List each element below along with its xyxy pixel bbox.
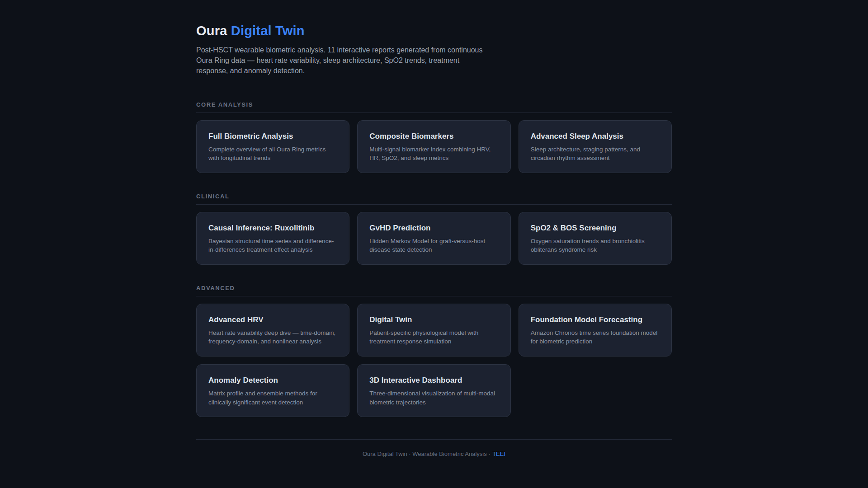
report-card[interactable]: GvHD PredictionHidden Markov Model for g… bbox=[357, 212, 510, 265]
card-description: Patient-specific physiological model wit… bbox=[369, 328, 498, 346]
report-card[interactable]: 3D Interactive DashboardThree-dimensiona… bbox=[357, 364, 510, 417]
report-sections: CORE ANALYSISFull Biometric AnalysisComp… bbox=[196, 101, 672, 418]
report-card[interactable]: Causal Inference: RuxolitinibBayesian st… bbox=[196, 212, 349, 265]
section-divider bbox=[196, 296, 672, 296]
card-description: Three-dimensional visualization of multi… bbox=[369, 389, 498, 407]
report-section: ADVANCEDAdvanced HRVHeart rate variabili… bbox=[196, 285, 672, 417]
report-card[interactable]: Composite BiomarkersMulti-signal biomark… bbox=[357, 120, 510, 173]
section-label: CORE ANALYSIS bbox=[196, 101, 672, 108]
page-container: Oura Digital Twin Post-HSCT wearable bio… bbox=[196, 0, 672, 471]
report-card[interactable]: Digital TwinPatient-specific physiologic… bbox=[357, 304, 510, 357]
card-title: SpO2 & BOS Screening bbox=[531, 224, 660, 233]
card-title: Causal Inference: Ruxolitinib bbox=[208, 224, 337, 233]
section-label: ADVANCED bbox=[196, 285, 672, 291]
report-card[interactable]: SpO2 & BOS ScreeningOxygen saturation tr… bbox=[519, 212, 672, 265]
footer-text: Oura Digital Twin · Wearable Biometric A… bbox=[363, 450, 491, 457]
card-title: Advanced HRV bbox=[208, 315, 337, 324]
page-subtitle: Post-HSCT wearable biometric analysis. 1… bbox=[196, 45, 486, 76]
card-title: Composite Biomarkers bbox=[369, 132, 498, 141]
footer-teei-link[interactable]: TEEI bbox=[492, 450, 505, 457]
report-card[interactable]: Full Biometric AnalysisComplete overview… bbox=[196, 120, 349, 173]
card-title: 3D Interactive Dashboard bbox=[369, 376, 498, 385]
card-description: Matrix profile and ensemble methods for … bbox=[208, 389, 337, 407]
report-section: CLINICALCausal Inference: RuxolitinibBay… bbox=[196, 193, 672, 265]
card-grid: Full Biometric AnalysisComplete overview… bbox=[196, 120, 672, 173]
card-title: Foundation Model Forecasting bbox=[531, 315, 660, 324]
card-title: Anomaly Detection bbox=[208, 376, 337, 385]
footer: Oura Digital Twin · Wearable Biometric A… bbox=[196, 439, 672, 471]
report-card[interactable]: Foundation Model ForecastingAmazon Chron… bbox=[519, 304, 672, 357]
card-description: Oxygen saturation trends and bronchiolit… bbox=[531, 237, 660, 254]
card-description: Amazon Chronos time series foundation mo… bbox=[531, 328, 660, 346]
card-title: GvHD Prediction bbox=[369, 224, 498, 233]
page-title-prefix: Oura bbox=[196, 23, 231, 38]
report-card[interactable]: Advanced HRVHeart rate variability deep … bbox=[196, 304, 349, 357]
card-description: Bayesian structural time series and diff… bbox=[208, 237, 337, 254]
card-description: Complete overview of all Oura Ring metri… bbox=[208, 145, 337, 163]
card-title: Full Biometric Analysis bbox=[208, 132, 337, 141]
card-grid: Advanced HRVHeart rate variability deep … bbox=[196, 304, 672, 417]
section-divider bbox=[196, 204, 672, 205]
report-card[interactable]: Advanced Sleep AnalysisSleep architectur… bbox=[519, 120, 672, 173]
page-title-highlight: Digital Twin bbox=[231, 23, 305, 38]
card-grid: Causal Inference: RuxolitinibBayesian st… bbox=[196, 212, 672, 265]
card-description: Sleep architecture, staging patterns, an… bbox=[531, 145, 660, 163]
report-card[interactable]: Anomaly DetectionMatrix profile and ense… bbox=[196, 364, 349, 417]
card-description: Heart rate variability deep dive — time-… bbox=[208, 328, 337, 346]
section-divider bbox=[196, 113, 672, 113]
card-description: Multi-signal biomarker index combining H… bbox=[369, 145, 498, 163]
section-label: CLINICAL bbox=[196, 193, 672, 200]
page-title: Oura Digital Twin bbox=[196, 23, 672, 38]
card-description: Hidden Markov Model for graft-versus-hos… bbox=[369, 237, 498, 254]
card-title: Advanced Sleep Analysis bbox=[531, 132, 660, 141]
report-section: CORE ANALYSISFull Biometric AnalysisComp… bbox=[196, 101, 672, 173]
card-title: Digital Twin bbox=[369, 315, 498, 324]
